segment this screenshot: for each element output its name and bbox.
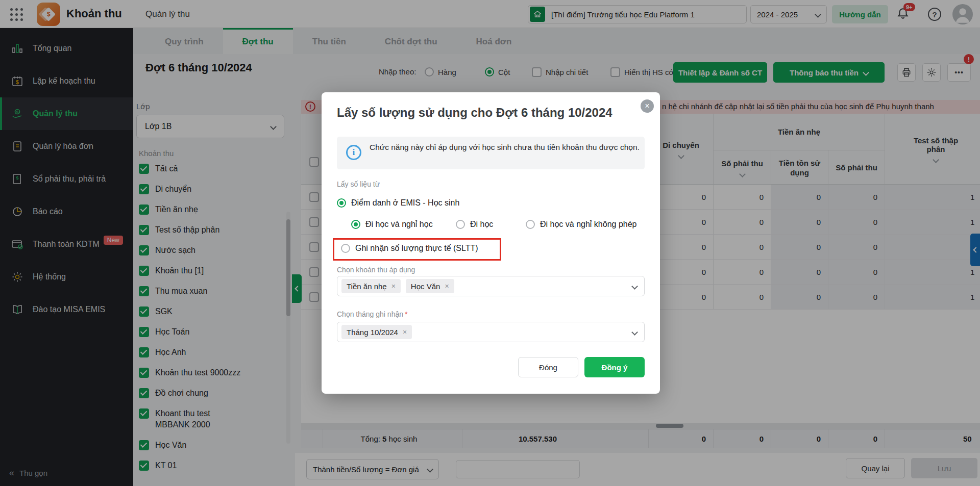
chevron-down-icon	[631, 283, 638, 290]
radio-attendance-emis[interactable]: Điểm danh ở EMIS - Học sinh	[337, 198, 459, 208]
modal-confirm-button[interactable]: Đồng ý	[584, 357, 645, 377]
radio-di-hoc-va-nghi-khong-phep[interactable]: Đi học và nghỉ không phép	[526, 220, 636, 229]
info-icon: i	[346, 145, 361, 160]
radio-ghi-nhan-sltt[interactable]: Ghi nhận số lượng thực tế (SLTT)	[341, 244, 478, 253]
radio-icon	[456, 220, 465, 229]
app-root: $ Khoản thu Quản lý thu [Thí điểm] Trườn…	[0, 0, 980, 486]
month-tag: Tháng 10/2024 ×	[341, 325, 412, 339]
radio-di-hoc[interactable]: Đi học	[456, 220, 493, 229]
radio-icon	[526, 220, 535, 229]
month-select-label: Chọn tháng ghi nhận*	[337, 310, 407, 318]
fee-select-label: Chọn khoản thu áp dụng	[337, 266, 415, 274]
chevron-down-icon	[631, 329, 638, 336]
source-label: Lấy số liệu từ	[337, 180, 380, 188]
info-box: i Chức năng này chỉ áp dụng với học sinh…	[337, 137, 645, 169]
info-text: Chức năng này chỉ áp dụng với học sinh c…	[370, 142, 640, 153]
radio-checked-icon	[337, 198, 346, 208]
radio-checked-icon	[351, 220, 360, 229]
modal-close-button[interactable]: Đóng	[518, 357, 578, 377]
modal-title: Lấy số lượng sử dụng cho Đợt 6 tháng 10/…	[337, 106, 612, 120]
remove-tag-icon[interactable]: ×	[445, 282, 449, 290]
radio-icon	[341, 244, 350, 253]
radio-di-hoc-va-nghi-hoc[interactable]: Đi học và nghỉ học	[351, 220, 433, 229]
remove-tag-icon[interactable]: ×	[403, 328, 407, 336]
fee-tag: Học Văn ×	[406, 279, 454, 293]
fee-multiselect[interactable]: Tiền ăn nhẹ × Học Văn ×	[337, 276, 645, 296]
usage-quantity-modal: × Lấy số lượng sử dụng cho Đợt 6 tháng 1…	[322, 92, 660, 394]
month-multiselect[interactable]: Tháng 10/2024 ×	[337, 322, 645, 342]
required-asterisk: *	[405, 310, 407, 318]
remove-tag-icon[interactable]: ×	[391, 282, 396, 290]
close-icon[interactable]: ×	[641, 99, 654, 113]
fee-tag: Tiền ăn nhẹ ×	[341, 279, 401, 293]
